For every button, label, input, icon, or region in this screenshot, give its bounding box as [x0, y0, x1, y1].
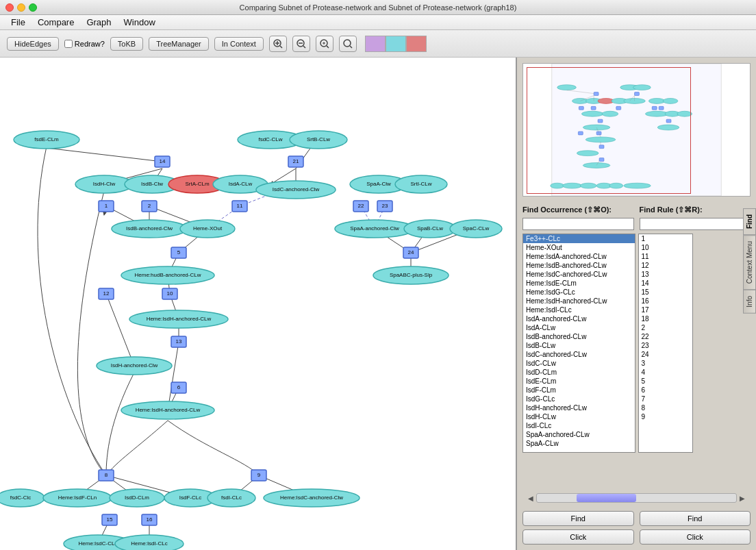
rule-list-item[interactable]: 17 [639, 305, 692, 314]
menu-file[interactable]: File [5, 16, 31, 29]
zoom-out-button[interactable] [292, 36, 310, 52]
rule-list-item[interactable]: 7 [639, 395, 692, 403]
occurrence-list-item[interactable]: IsdC-anchored-CLw [523, 350, 635, 359]
svg-text:11: 11 [237, 203, 243, 209]
rule-list-item[interactable]: 18 [639, 314, 692, 323]
occurrence-list[interactable]: Fe3++-CLcHeme-XOutHeme:IsdA-anchored-CLw… [522, 234, 635, 453]
svg-rect-115 [659, 106, 664, 110]
rule-list-item[interactable]: 6 [639, 386, 692, 395]
occurrence-list-item[interactable]: Heme:IsdA-anchored-CLw [523, 252, 635, 261]
rule-list-item[interactable]: 9 [639, 412, 692, 421]
occurrence-list-item[interactable]: IsdD-CLm [523, 368, 635, 377]
rule-list-item[interactable]: 2 [639, 323, 692, 332]
occurrence-list-item[interactable]: Heme:IsdG-CLc [523, 288, 635, 297]
occurrence-list-item[interactable]: IsdG-CLc [523, 395, 635, 403]
rule-list[interactable]: 110111213141516171822223243456789 [638, 234, 693, 453]
rule-list-item[interactable]: 4 [639, 368, 692, 377]
occurrence-list-item[interactable]: IsdH-CLw [523, 412, 635, 421]
rule-list-item[interactable]: 24 [639, 350, 692, 359]
occurrence-list-item[interactable]: IsdB-anchored-CLw [523, 332, 635, 341]
minimize-button[interactable] [17, 3, 25, 12]
occurrence-list-item[interactable]: Heme:IsdH-anchored-CLw [523, 297, 635, 305]
click-buttons-row: Click Click [517, 529, 756, 550]
click-occurrence-button[interactable]: Click [522, 529, 634, 545]
rule-input[interactable] [640, 218, 751, 230]
svg-rect-122 [666, 119, 671, 123]
graph-area[interactable]: fsdE-CLm fsdC-CLw SrtB-CLw 14 21 IsdH-Cl… [0, 58, 517, 550]
find-rule-button[interactable]: Find [640, 511, 751, 526]
rule-list-item[interactable]: 14 [639, 279, 692, 288]
rule-list-item[interactable]: 1 [639, 234, 692, 243]
click-rule-button[interactable]: Click [640, 529, 751, 545]
zoom-fit-button[interactable]: - [316, 36, 333, 52]
occurrence-list-item[interactable]: IsdI-CLc [523, 421, 635, 430]
scroll-right-arrow[interactable]: ▶ [740, 495, 745, 502]
tokb-button[interactable]: ToKB [110, 37, 143, 51]
rule-list-item[interactable]: 22 [639, 332, 692, 341]
scrollbar-thumb[interactable] [577, 494, 636, 502]
find-occurrence-button[interactable]: Find [522, 511, 634, 526]
svg-text:1: 1 [105, 203, 108, 209]
scroll-left-arrow[interactable]: ◀ [528, 495, 533, 502]
rule-list-item[interactable]: 12 [639, 261, 692, 270]
svg-rect-98 [552, 64, 721, 196]
hide-edges-button[interactable]: HideEdges [7, 37, 59, 51]
occurrence-list-item[interactable]: SpaA-anchored-CLw [523, 430, 635, 439]
find-header-row: Find Occurrence (⇧⌘O): Find Rule (⇧⌘R): [522, 205, 751, 214]
find-buttons-row: Find Find [517, 508, 756, 529]
svg-text:IsdB-anchored-Clw: IsdB-anchored-Clw [126, 225, 173, 232]
occurrence-input[interactable] [522, 218, 634, 230]
svg-text:IsdD-CLm: IsdD-CLm [125, 495, 149, 501]
svg-text:23: 23 [382, 203, 388, 209]
occurrence-list-item[interactable]: Heme-XOut [523, 243, 635, 252]
tab-context-menu[interactable]: Context Menu [743, 235, 756, 290]
redraw-checkbox[interactable] [64, 40, 73, 48]
zoom-reset-button[interactable] [339, 36, 357, 52]
svg-text:SrtI-CLw: SrtI-CLw [410, 181, 431, 187]
svg-point-132 [551, 183, 564, 188]
occurrence-list-item[interactable]: IsdE-CLm [523, 377, 635, 386]
tree-manager-button[interactable]: TreeManager [149, 37, 209, 51]
occurrence-list-item[interactable]: Heme:IsdE-CLm [523, 279, 635, 288]
occurrence-list-item[interactable]: Fe3++-CLc [523, 234, 635, 243]
mini-map[interactable] [522, 63, 751, 197]
occurrence-list-item[interactable]: IsdA-CLw [523, 323, 635, 332]
rule-list-item[interactable]: 15 [639, 288, 692, 297]
color-red[interactable] [406, 36, 427, 52]
svg-text:Heme:IsdF-CLn: Heme:IsdF-CLn [58, 495, 97, 501]
occurrence-list-item[interactable]: Heme:IsdI-CLc [523, 305, 635, 314]
tab-find[interactable]: Find [743, 208, 756, 235]
svg-point-120 [677, 111, 692, 116]
rule-list-item[interactable]: 3 [639, 359, 692, 368]
rule-list-item[interactable]: 10 [639, 243, 692, 252]
rule-list-item[interactable]: 8 [639, 403, 692, 412]
menu-compare[interactable]: Compare [32, 16, 79, 29]
occurrence-list-item[interactable]: IsdC-CLw [523, 359, 635, 368]
menu-window[interactable]: Window [118, 16, 161, 29]
rule-list-item[interactable]: 23 [639, 341, 692, 350]
rule-list-item[interactable]: 13 [639, 270, 692, 279]
svg-text:Heme:IsdI-CLc: Heme:IsdI-CLc [131, 540, 167, 547]
zoom-in-button[interactable] [269, 36, 287, 52]
close-button[interactable] [5, 3, 14, 12]
occurrence-list-item[interactable]: IsdH-anchored-CLw [523, 403, 635, 412]
svg-text:10: 10 [167, 290, 173, 297]
horizontal-scrollbar[interactable] [536, 493, 737, 503]
color-purple[interactable] [365, 36, 386, 52]
occurrence-list-item[interactable]: IsdF-CLm [523, 386, 635, 395]
occurrence-list-item[interactable]: IsdA-anchored-CLw [523, 314, 635, 323]
occurrence-list-item[interactable]: Heme:IsdC-anchored-CLw [523, 270, 635, 279]
menu-graph[interactable]: Graph [81, 16, 116, 29]
rule-list-item[interactable]: 16 [639, 297, 692, 305]
occurrence-list-item[interactable]: IsdB-CLw [523, 341, 635, 350]
color-selector[interactable] [365, 36, 427, 52]
occurrence-list-item[interactable]: SpaA-CLw [523, 439, 635, 448]
rule-list-item[interactable]: 11 [639, 252, 692, 261]
occurrence-label: Find Occurrence (⇧⌘O): [522, 205, 634, 214]
maximize-button[interactable] [29, 3, 37, 12]
color-cyan[interactable] [386, 36, 406, 52]
rule-list-item[interactable]: 5 [639, 377, 692, 386]
tab-info[interactable]: Info [743, 290, 756, 314]
in-context-button[interactable]: In Context [214, 37, 264, 51]
occurrence-list-item[interactable]: Heme:IsdB-anchored-CLw [523, 261, 635, 270]
